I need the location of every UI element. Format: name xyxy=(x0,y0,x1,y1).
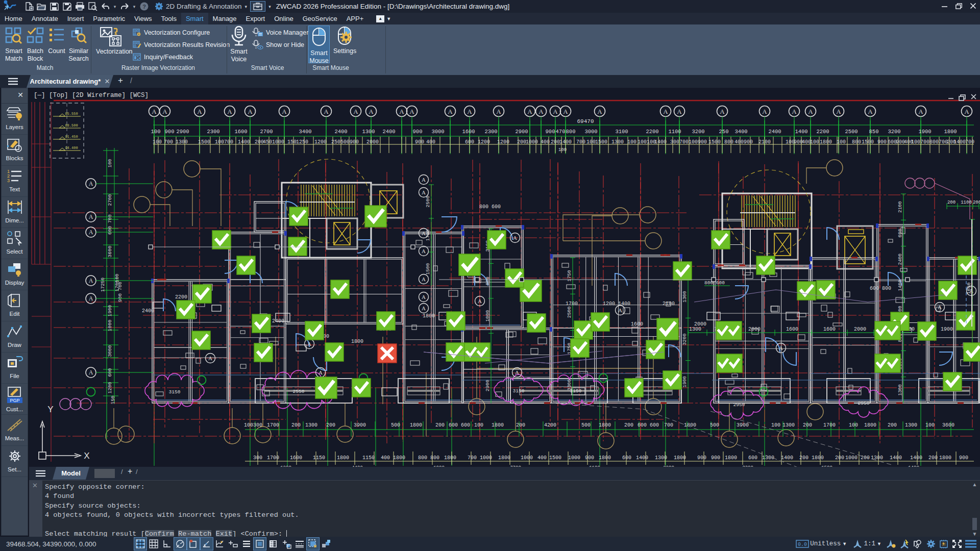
svg-text:200: 200 xyxy=(973,200,980,205)
svg-text:A: A xyxy=(318,369,323,375)
svg-text:1800: 1800 xyxy=(599,422,611,428)
svg-text:1000: 1000 xyxy=(480,455,492,461)
svg-text:A: A xyxy=(792,108,797,115)
svg-text:1700: 1700 xyxy=(425,229,431,241)
svg-text:1300: 1300 xyxy=(897,384,903,396)
svg-text:1800: 1800 xyxy=(423,313,435,319)
svg-text:150: 150 xyxy=(110,395,116,404)
svg-text:A: A xyxy=(353,108,358,115)
svg-text:3150: 3150 xyxy=(513,388,525,394)
svg-text:800: 800 xyxy=(852,139,861,145)
svg-text:1300: 1300 xyxy=(176,139,188,145)
svg-text:700: 700 xyxy=(576,139,585,145)
svg-text:A: A xyxy=(307,341,311,347)
svg-text:69470: 69470 xyxy=(577,118,594,124)
svg-text:700: 700 xyxy=(920,139,929,145)
svg-text:1700: 1700 xyxy=(267,422,279,428)
svg-text:X: X xyxy=(84,451,89,461)
svg-text:A: A xyxy=(720,108,725,115)
svg-text:A: A xyxy=(663,108,668,115)
svg-text:200: 200 xyxy=(291,422,301,428)
svg-text:300: 300 xyxy=(253,455,262,461)
svg-text:700: 700 xyxy=(664,422,673,428)
svg-text:2000: 2000 xyxy=(748,327,761,332)
svg-text:A: A xyxy=(422,294,426,300)
svg-text:100: 100 xyxy=(244,422,253,428)
svg-text:2100: 2100 xyxy=(758,139,771,145)
svg-text:900: 900 xyxy=(585,455,594,461)
svg-text:100: 100 xyxy=(107,159,113,167)
svg-text:1300: 1300 xyxy=(689,327,701,332)
svg-text:1800: 1800 xyxy=(492,422,504,428)
svg-text:2400: 2400 xyxy=(142,308,154,314)
svg-text:1800: 1800 xyxy=(351,339,363,344)
svg-text:1800: 1800 xyxy=(812,455,824,461)
svg-text:2950: 2950 xyxy=(858,400,870,406)
svg-text:400: 400 xyxy=(537,455,547,461)
svg-text:600: 600 xyxy=(461,422,470,428)
svg-text:A: A xyxy=(422,276,426,282)
svg-text:600: 600 xyxy=(650,422,659,428)
svg-text:1500: 1500 xyxy=(425,263,431,274)
svg-text:A: A xyxy=(89,295,93,302)
svg-text:400: 400 xyxy=(734,139,744,145)
svg-text:85.550: 85.550 xyxy=(65,112,78,116)
svg-text:1700: 1700 xyxy=(566,301,578,307)
svg-text:470: 470 xyxy=(556,129,566,135)
svg-text:250: 250 xyxy=(719,129,729,135)
svg-text:2900: 2900 xyxy=(485,380,491,391)
svg-text:2950: 2950 xyxy=(733,402,745,408)
svg-text:1000: 1000 xyxy=(485,310,491,321)
svg-text:500: 500 xyxy=(581,422,591,428)
svg-text:3100: 3100 xyxy=(615,129,628,135)
svg-text:800: 800 xyxy=(724,139,733,145)
svg-text:A: A xyxy=(553,108,558,115)
svg-text:100: 100 xyxy=(586,139,596,145)
svg-text:1500: 1500 xyxy=(595,139,607,145)
svg-text:A: A xyxy=(399,108,404,115)
svg-text:1800: 1800 xyxy=(864,422,876,428)
svg-text:400: 400 xyxy=(541,139,550,145)
svg-text:1300: 1300 xyxy=(305,422,317,428)
svg-text:500: 500 xyxy=(340,139,350,145)
svg-text:3600: 3600 xyxy=(107,245,113,257)
svg-text:3: 3 xyxy=(7,178,10,183)
svg-text:A: A xyxy=(227,108,232,115)
svg-text:500: 500 xyxy=(710,422,719,428)
svg-text:1900: 1900 xyxy=(682,376,688,388)
svg-text:200: 200 xyxy=(517,139,526,145)
svg-text:1800: 1800 xyxy=(599,455,611,461)
svg-text:800: 800 xyxy=(485,277,491,285)
svg-text:3150: 3150 xyxy=(169,389,181,395)
svg-text:100: 100 xyxy=(837,139,846,145)
svg-text:1400: 1400 xyxy=(636,455,648,461)
svg-text:600 800: 600 800 xyxy=(870,286,891,291)
svg-text:600: 600 xyxy=(638,422,647,428)
svg-text:900: 900 xyxy=(959,455,968,461)
svg-text:1000: 1000 xyxy=(107,319,113,331)
svg-text:1000: 1000 xyxy=(526,139,538,145)
svg-text:1600: 1600 xyxy=(290,455,302,461)
svg-text:800: 800 xyxy=(430,455,439,461)
svg-text:700: 700 xyxy=(164,139,173,145)
svg-text:1300: 1300 xyxy=(682,291,688,303)
svg-text:900: 900 xyxy=(744,139,753,145)
svg-text:A: A xyxy=(152,108,157,115)
svg-text:250: 250 xyxy=(331,139,340,145)
svg-text:200: 200 xyxy=(516,422,525,428)
svg-text:900: 900 xyxy=(697,455,706,461)
svg-text:A: A xyxy=(597,108,602,115)
svg-text:2400: 2400 xyxy=(334,129,347,135)
svg-text:600: 600 xyxy=(748,455,757,461)
svg-text:1500: 1500 xyxy=(549,455,561,461)
svg-text:2700: 2700 xyxy=(107,194,113,206)
svg-text:1400: 1400 xyxy=(238,139,250,145)
svg-text:500: 500 xyxy=(391,422,400,428)
svg-text:800: 800 xyxy=(418,455,427,461)
svg-text:900 700: 900 700 xyxy=(117,282,123,302)
svg-text:600: 600 xyxy=(622,455,631,461)
svg-text:900: 900 xyxy=(415,139,424,145)
svg-text:100: 100 xyxy=(153,139,162,145)
svg-text:3600: 3600 xyxy=(942,422,954,428)
svg-text:A: A xyxy=(538,108,544,115)
